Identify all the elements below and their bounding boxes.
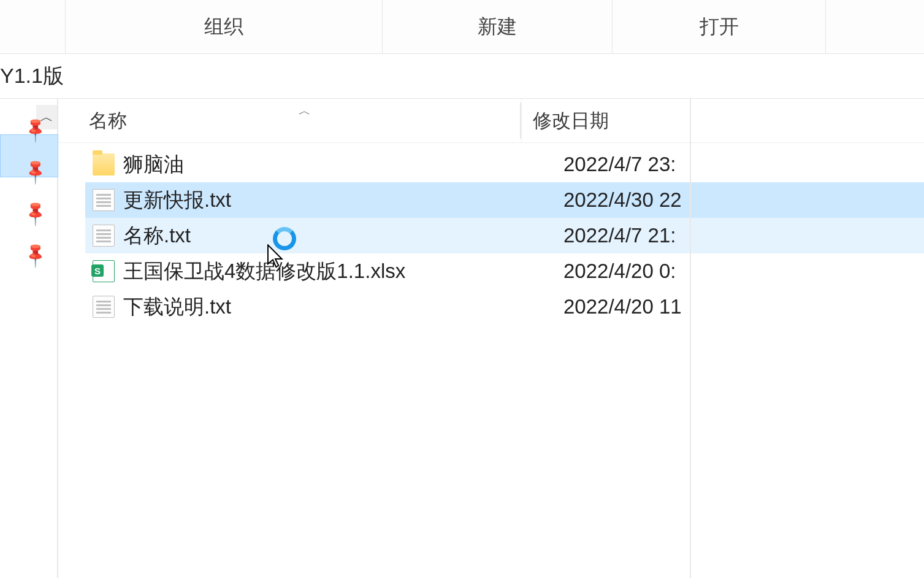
ribbon-group-organize[interactable]: 组织 [66, 0, 383, 53]
column-date-label: 修改日期 [533, 108, 609, 134]
file-name-label: 名称.txt [123, 222, 528, 250]
ribbon-group-open[interactable]: 打开 [613, 0, 826, 53]
ribbon-new-label: 新建 [478, 13, 517, 40]
column-header-date[interactable]: 修改日期 [521, 99, 609, 142]
folder-icon [93, 153, 115, 175]
txt-icon [93, 189, 115, 211]
ribbon-organize-label: 组织 [204, 13, 243, 40]
file-row[interactable]: 名称.txt2022/4/7 21: [85, 218, 924, 253]
ribbon-section-empty [0, 0, 66, 53]
file-name-label: 王国保卫战4数据修改版1.1.xlsx [123, 258, 528, 285]
file-date-label: 2022/4/20 11 [528, 295, 682, 318]
file-name-label: 下载说明.txt [123, 293, 528, 321]
navigation-pane: ︿ 📌 📌 📌 📌 [0, 99, 58, 578]
txt-icon [93, 225, 115, 247]
file-row[interactable]: 更新快报.txt2022/4/30 22 [85, 182, 924, 218]
ribbon-open-label: 打开 [700, 13, 739, 40]
sort-indicator-icon: ︿ [299, 102, 311, 119]
file-row[interactable]: 王国保卫战4数据修改版1.1.xlsx2022/4/20 0: [85, 253, 924, 289]
ribbon-toolbar: 组织 新建 打开 [0, 0, 924, 54]
xlsx-icon [93, 260, 115, 282]
address-bar[interactable]: Y1.1版 [0, 54, 924, 99]
txt-icon [93, 296, 115, 318]
file-name-label: 狮脑油 [123, 151, 528, 179]
column-headers: 名称 ︿ 修改日期 [58, 99, 924, 143]
main-area: ︿ 📌 📌 📌 📌 名称 ︿ 修改日期 [0, 99, 924, 578]
file-row[interactable]: 狮脑油2022/4/7 23: [85, 147, 924, 182]
column-name-label: 名称 [89, 108, 127, 134]
pin-icon: 📌 [20, 239, 50, 269]
ribbon-section-trailing [826, 0, 924, 53]
column-divider[interactable] [520, 102, 521, 139]
file-date-label: 2022/4/7 23: [528, 153, 676, 176]
file-row[interactable]: 下载说明.txt2022/4/20 11 [85, 289, 924, 325]
file-list-view: 名称 ︿ 修改日期 狮脑油2022/4/7 23:更新快报.txt2022/4/… [58, 99, 924, 578]
file-date-label: 2022/4/30 22 [528, 188, 682, 212]
file-date-label: 2022/4/20 0: [528, 260, 676, 283]
address-path-fragment: Y1.1版 [0, 62, 64, 90]
file-rows-container: 狮脑油2022/4/7 23:更新快报.txt2022/4/30 22名称.tx… [85, 147, 924, 325]
column-header-name[interactable]: 名称 ︿ [58, 99, 521, 142]
nav-pinned-item-3[interactable]: 📌 [0, 195, 57, 230]
nav-pinned-item-4[interactable]: 📌 [0, 236, 57, 272]
ribbon-group-new[interactable]: 新建 [383, 0, 613, 53]
detail-pane-divider [690, 99, 691, 578]
file-date-label: 2022/4/7 21: [528, 224, 676, 247]
file-name-label: 更新快报.txt [123, 187, 528, 214]
pin-icon: 📌 [20, 198, 50, 227]
